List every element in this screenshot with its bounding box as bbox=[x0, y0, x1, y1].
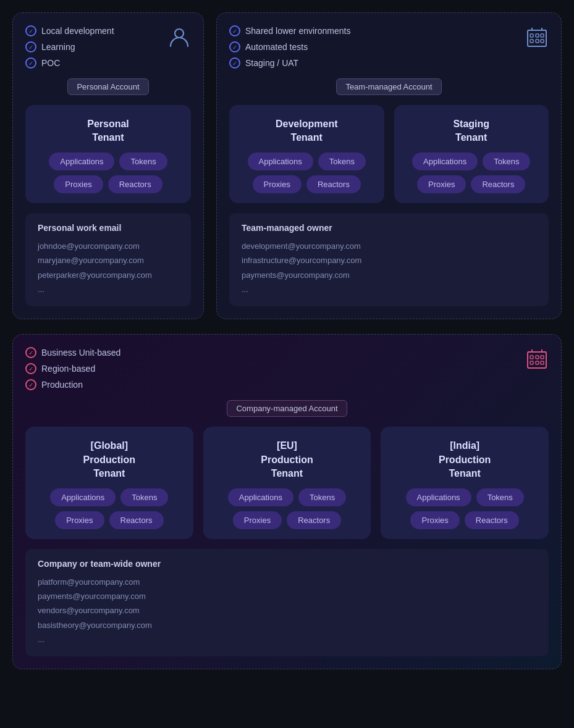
check-icon-3: ✓ bbox=[25, 57, 36, 69]
personal-proxies-btn[interactable]: Proxies bbox=[54, 175, 103, 193]
person-icon bbox=[167, 25, 191, 54]
eu-applications-btn[interactable]: Applications bbox=[228, 488, 293, 506]
svg-rect-12 bbox=[530, 356, 533, 359]
team-check-icon-2: ✓ bbox=[229, 41, 240, 52]
svg-rect-16 bbox=[536, 361, 539, 364]
global-tenant-buttons: Applications Tokens Proxies Reactors bbox=[35, 488, 184, 529]
company-check-icon-2: ✓ bbox=[25, 363, 36, 374]
checklist-label-3: POC bbox=[41, 58, 60, 68]
company-checklist-label-2: Region-based bbox=[41, 364, 95, 374]
company-owner-emails: platform@yourcompany.com payments@yourco… bbox=[38, 575, 536, 647]
company-checklist-item-2: ✓ Region-based bbox=[25, 363, 120, 374]
staging-applications-btn[interactable]: Applications bbox=[412, 153, 478, 170]
team-account-label: Team-managed Account bbox=[336, 78, 441, 95]
global-proxies-btn[interactable]: Proxies bbox=[55, 511, 104, 529]
team-account-section: ✓ Shared lower environments ✓ Automated … bbox=[216, 12, 562, 319]
company-account-section: ✓ Business Unit-based ✓ Region-based ✓ P… bbox=[12, 334, 562, 669]
development-tenant-card: DevelopmentTenant Applications Tokens Pr… bbox=[229, 105, 384, 203]
team-check-icon-1: ✓ bbox=[229, 25, 240, 36]
company-checklist-item-1: ✓ Business Unit-based bbox=[25, 347, 120, 358]
checklist-item-1: ✓ Local development bbox=[25, 25, 114, 36]
company-account-label: Company-managed Account bbox=[227, 400, 347, 417]
company-checklist-label-3: Production bbox=[41, 380, 83, 390]
development-tenant-buttons: Applications Tokens Proxies Reactors bbox=[239, 153, 374, 193]
personal-reactors-btn[interactable]: Reactors bbox=[108, 175, 162, 193]
company-checklist-label-1: Business Unit-based bbox=[41, 348, 120, 358]
india-tenant-card: [India]ProductionTenant Applications Tok… bbox=[381, 427, 549, 538]
checklist-item-3: ✓ POC bbox=[25, 57, 114, 69]
team-checklist-label-2: Automated tests bbox=[245, 42, 308, 52]
eu-tokens-btn[interactable]: Tokens bbox=[298, 488, 346, 506]
global-tokens-btn[interactable]: Tokens bbox=[120, 488, 168, 506]
staging-tenant-name: StagingTenant bbox=[453, 117, 489, 145]
svg-rect-2 bbox=[530, 34, 533, 37]
svg-rect-3 bbox=[536, 34, 539, 37]
company-checklist-item-3: ✓ Production bbox=[25, 379, 120, 390]
eu-proxies-btn[interactable]: Proxies bbox=[233, 511, 282, 529]
team-checklist-label-1: Shared lower environments bbox=[245, 26, 350, 36]
team-checklist-item-1: ✓ Shared lower environments bbox=[229, 25, 350, 36]
svg-rect-5 bbox=[530, 40, 533, 43]
global-applications-btn[interactable]: Applications bbox=[50, 488, 116, 506]
company-tenants-row: [Global]ProductionTenant Applications To… bbox=[25, 427, 549, 538]
personal-tokens-btn[interactable]: Tokens bbox=[119, 153, 167, 170]
personal-tenant-name: PersonalTenant bbox=[87, 117, 129, 145]
team-checklist-label-3: Staging / UAT bbox=[245, 58, 298, 68]
checklist-item-2: ✓ Learning bbox=[25, 41, 114, 52]
india-tokens-btn[interactable]: Tokens bbox=[476, 488, 524, 506]
staging-tenant-buttons: Applications Tokens Proxies Reactors bbox=[404, 153, 539, 193]
personal-owner-box: Personal work email johndoe@yourcompany.… bbox=[25, 213, 191, 307]
team-building-icon bbox=[525, 25, 549, 51]
company-owner-title: Company or team-wide owner bbox=[38, 559, 536, 569]
svg-rect-13 bbox=[536, 356, 539, 359]
staging-proxies-btn[interactable]: Proxies bbox=[417, 175, 466, 193]
india-reactors-btn[interactable]: Reactors bbox=[465, 511, 519, 529]
team-checklist-item-2: ✓ Automated tests bbox=[229, 41, 350, 52]
dev-tokens-btn[interactable]: Tokens bbox=[318, 153, 366, 170]
company-building-icon bbox=[525, 347, 549, 373]
svg-rect-4 bbox=[541, 34, 544, 37]
personal-tenant-buttons: Applications Tokens Proxies Reactors bbox=[35, 153, 181, 193]
personal-account-label: Personal Account bbox=[67, 78, 148, 95]
india-tenant-buttons: Applications Tokens Proxies Reactors bbox=[390, 488, 539, 529]
svg-rect-15 bbox=[530, 361, 533, 364]
svg-rect-14 bbox=[541, 356, 544, 359]
eu-tenant-card: [EU]ProductionTenant Applications Tokens… bbox=[203, 427, 371, 538]
india-tenant-name: [India]ProductionTenant bbox=[439, 439, 491, 480]
svg-point-0 bbox=[175, 29, 184, 38]
personal-tenant-card: PersonalTenant Applications Tokens Proxi… bbox=[25, 105, 191, 203]
svg-rect-6 bbox=[536, 40, 539, 43]
checklist-label-2: Learning bbox=[41, 42, 75, 52]
team-owner-box: Team-managed owner development@yourcompa… bbox=[229, 213, 549, 307]
team-checklist: ✓ Shared lower environments ✓ Automated … bbox=[229, 25, 350, 69]
personal-applications-btn[interactable]: Applications bbox=[49, 153, 114, 170]
svg-rect-11 bbox=[528, 352, 546, 368]
staging-tokens-btn[interactable]: Tokens bbox=[483, 153, 530, 170]
check-icon-1: ✓ bbox=[25, 25, 36, 36]
personal-checklist: ✓ Local development ✓ Learning ✓ POC bbox=[25, 25, 114, 69]
personal-owner-title: Personal work email bbox=[38, 223, 179, 233]
india-applications-btn[interactable]: Applications bbox=[406, 488, 471, 506]
dev-proxies-btn[interactable]: Proxies bbox=[253, 175, 302, 193]
svg-rect-1 bbox=[528, 30, 546, 46]
staging-tenant-card: StagingTenant Applications Tokens Proxie… bbox=[394, 105, 549, 203]
dev-applications-btn[interactable]: Applications bbox=[248, 153, 313, 170]
company-check-icon-1: ✓ bbox=[25, 347, 36, 358]
personal-owner-emails: johndoe@yourcompany.com maryjane@yourcom… bbox=[38, 239, 179, 297]
dev-reactors-btn[interactable]: Reactors bbox=[306, 175, 361, 193]
personal-account-section: ✓ Local development ✓ Learning ✓ POC bbox=[12, 12, 204, 319]
team-owner-title: Team-managed owner bbox=[242, 223, 536, 233]
global-tenant-card: [Global]ProductionTenant Applications To… bbox=[25, 427, 193, 538]
eu-reactors-btn[interactable]: Reactors bbox=[287, 511, 341, 529]
eu-tenant-name: [EU]ProductionTenant bbox=[261, 439, 313, 480]
svg-rect-17 bbox=[541, 361, 544, 364]
global-tenant-name: [Global]ProductionTenant bbox=[83, 439, 135, 480]
global-reactors-btn[interactable]: Reactors bbox=[109, 511, 164, 529]
staging-reactors-btn[interactable]: Reactors bbox=[471, 175, 525, 193]
company-check-icon-3: ✓ bbox=[25, 379, 36, 390]
development-tenant-name: DevelopmentTenant bbox=[276, 117, 337, 145]
checklist-label-1: Local development bbox=[41, 26, 114, 36]
eu-tenant-buttons: Applications Tokens Proxies Reactors bbox=[213, 488, 361, 529]
team-checklist-item-3: ✓ Staging / UAT bbox=[229, 57, 350, 69]
india-proxies-btn[interactable]: Proxies bbox=[410, 511, 459, 529]
